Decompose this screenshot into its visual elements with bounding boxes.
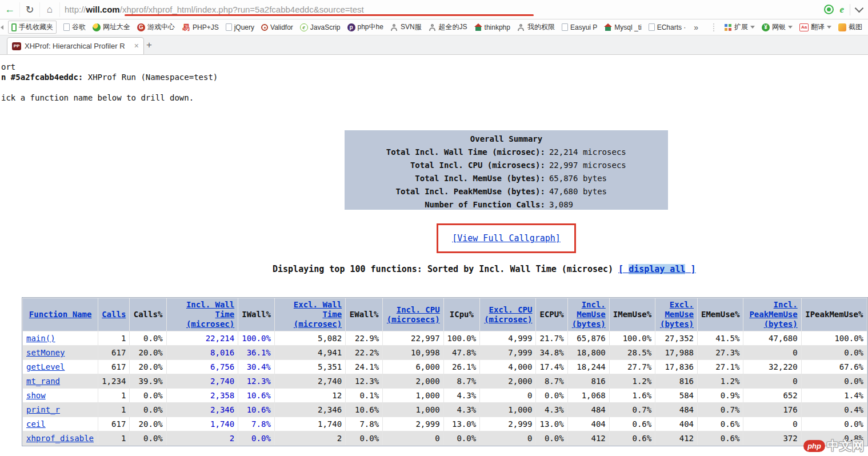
value-cell: 12.3%	[346, 374, 382, 388]
value-cell: 0.0%	[802, 346, 867, 359]
summary-value: 65,876 bytes	[545, 172, 607, 185]
tab-close-icon[interactable]: ×	[134, 38, 139, 54]
url-path: /xhprof/xhprof_html/index.php?run=5a2fca…	[120, 5, 364, 14]
sort-link[interactable]: Function Name	[29, 310, 92, 319]
display-all-link[interactable]: [ display all ]	[618, 264, 695, 274]
tab-xhprof[interactable]: PP XHProf: Hierarchical Profiler R ×	[7, 37, 144, 54]
function-link-print-r[interactable]: print_r	[26, 405, 60, 414]
column-header-function-name[interactable]: Function Name	[23, 298, 98, 331]
bookmark-label: 超全的JS	[439, 22, 467, 32]
value-cell: 2,358	[167, 389, 238, 402]
column-header-incl-cpu[interactable]: Incl. CPU(microsecs)	[383, 298, 443, 331]
address-bar[interactable]: http://will.com/xhprof/xhprof_html/index…	[60, 5, 818, 14]
view-full-callgraph-link[interactable]: [View Full Callgraph]	[452, 233, 561, 243]
browser-window: ← ↻ ⌂ http://will.com/xhprof/xhprof_html…	[0, 0, 868, 456]
reload-button[interactable]: ↻	[20, 2, 40, 17]
sort-link[interactable]: Excl.MemUse(bytes)	[660, 300, 694, 329]
value-cell: 0	[480, 389, 535, 402]
back-button[interactable]: ←	[0, 2, 20, 17]
column-header-icpu: ICpu%	[444, 298, 480, 331]
sort-link[interactable]: Incl.MemUse(bytes)	[572, 300, 606, 329]
value-cell: 1	[98, 389, 129, 402]
tool-网银[interactable]: ¥网银	[762, 22, 793, 32]
bookmark-php中he[interactable]: pphp中he	[347, 22, 383, 32]
column-header-excl[interactable]: Excl.MemUse(bytes)	[655, 298, 697, 331]
function-link-mt-rand[interactable]: mt_rand	[26, 377, 60, 386]
new-tab-button[interactable]: +	[142, 39, 157, 51]
value-cell: 13.0%	[444, 417, 480, 431]
target-icon	[261, 24, 268, 31]
sort-link[interactable]: Calls	[102, 310, 126, 319]
display-all-bracket-close: ]	[685, 264, 695, 274]
capture-icon[interactable]	[824, 5, 834, 14]
function-link-getlevel[interactable]: getLevel	[26, 362, 65, 371]
bookmark-validfor[interactable]: Validfor	[261, 23, 293, 31]
bookmark-游戏中心[interactable]: G游戏中心	[137, 22, 175, 32]
bookmark-mysql-ti[interactable]: Mysql _ti	[604, 23, 641, 31]
table-row-ceil: ceil61720.0%1,7407.8%1,7407.8%2,99913.0%…	[23, 417, 867, 431]
bookmark-php-js[interactable]: 易PHP+JS	[182, 23, 219, 31]
bookmark-svn服[interactable]: SVN服	[390, 22, 422, 32]
bookmark-超全的js[interactable]: 超全的JS	[429, 22, 467, 32]
sort-link[interactable]: Incl. CPU(microsecs)	[387, 305, 440, 324]
value-cell: 1,234	[98, 374, 129, 388]
bookmark-echarts[interactable]: ECharts ·	[649, 23, 686, 31]
bookmark-thinkphp[interactable]: thinkphp	[474, 23, 510, 31]
value-cell: 0.7%	[698, 403, 743, 417]
value-cell: 2,740	[275, 374, 345, 388]
bookmarks-overflow-chevron[interactable]: »	[694, 23, 698, 32]
table-row-getlevel: getLevel61720.0%6,75630.4%5,35124.1%6,00…	[23, 360, 867, 374]
tool-label: 网银	[772, 22, 786, 32]
sort-link[interactable]: Excl. CPU(microsec)	[484, 305, 532, 324]
toolbar-right-icons: e	[818, 4, 868, 15]
browser-mode-icon[interactable]: e	[839, 5, 844, 14]
sort-link[interactable]: Incl. Wall Time(microsec)	[186, 300, 234, 329]
value-cell: 484	[568, 403, 609, 417]
column-header-excl-cpu[interactable]: Excl. CPU(microsec)	[480, 298, 535, 331]
function-link-setmoney[interactable]: setMoney	[26, 348, 65, 357]
chevron-down-icon	[827, 26, 831, 29]
summary-label: Total Incl. Wall Time (microsec):	[345, 146, 545, 159]
value-cell: 5,351	[275, 360, 345, 374]
tool-截图[interactable]: 截图	[838, 22, 862, 32]
tool-翻译[interactable]: Aa翻译	[799, 22, 831, 32]
bookmark-我的权限[interactable]: 我的权限	[517, 22, 555, 32]
divider	[850, 4, 850, 15]
value-cell: 100.0%	[610, 331, 655, 345]
table-row-main: main()10.0%22,214100.0%5,08222.9%22,9971…	[23, 331, 867, 345]
column-header-incl[interactable]: Incl.PeakMemUse(bytes)	[743, 298, 801, 331]
value-cell: 2,346	[167, 403, 238, 417]
home-button[interactable]: ⌂	[40, 2, 60, 17]
displaying-text: Displaying top 100 functions: Sorted by …	[273, 264, 618, 274]
bookmark-网址大全[interactable]: 网址大全	[93, 22, 130, 32]
tool-items: 扩展¥网银Aa翻译截图	[721, 22, 866, 32]
bookmark-手机收藏夹[interactable]: 手机收藏夹	[8, 21, 57, 34]
column-header-calls[interactable]: Calls	[98, 298, 129, 331]
value-cell: 12	[275, 389, 345, 402]
sort-link[interactable]: Excl. Wall Time(microsec)	[294, 300, 342, 329]
chevron-down-icon[interactable]	[855, 4, 864, 13]
bookmark-easyui-p[interactable]: Easyui P	[562, 23, 597, 31]
function-link-main[interactable]: main()	[26, 334, 55, 343]
run-description: XHProf Run (Namespace=test)	[83, 73, 218, 82]
value-cell: 36.1%	[238, 346, 274, 359]
function-link-xhprof-disable[interactable]: xhprof_disable	[26, 434, 94, 443]
value-cell: 0.6%	[698, 417, 743, 431]
value-cell: 0.0%	[346, 431, 382, 445]
column-header-incl[interactable]: Incl.MemUse(bytes)	[568, 298, 609, 331]
column-header-excl-wall-time[interactable]: Excl. Wall Time(microsec)	[275, 298, 345, 331]
tool-扩展[interactable]: 扩展	[724, 22, 755, 32]
function-link-show[interactable]: show	[26, 391, 46, 400]
function-link-ceil[interactable]: ceil	[26, 419, 46, 429]
browser-toolbar: ← ↻ ⌂ http://will.com/xhprof/xhprof_html…	[0, 0, 868, 19]
bookmark-jquery[interactable]: jQuery	[226, 23, 254, 31]
bookmark-谷歌[interactable]: 谷歌	[63, 22, 86, 32]
value-cell: 816	[655, 374, 697, 388]
column-header-incl-wall-time[interactable]: Incl. Wall Time(microsec)	[167, 298, 238, 331]
value-cell: 0.4%	[802, 403, 867, 417]
value-cell: 17,836	[655, 360, 697, 374]
value-cell: 0.0%	[130, 431, 166, 445]
value-cell: 2,740	[167, 374, 238, 388]
sort-link[interactable]: Incl.PeakMemUse(bytes)	[749, 300, 797, 329]
bookmark-javascrip[interactable]: eJavaScrip	[300, 23, 341, 31]
